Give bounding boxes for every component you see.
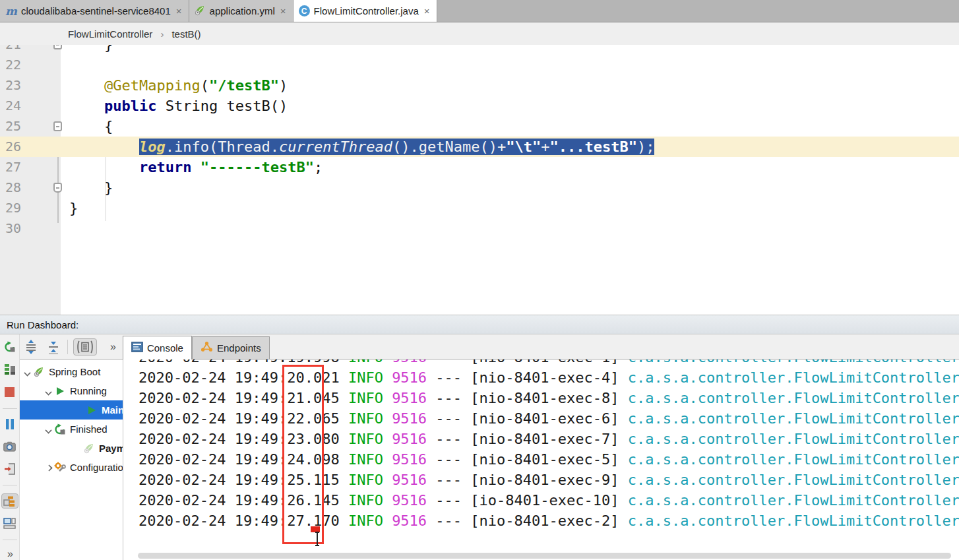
run-dashboard-header: Run Dashboard: [0, 315, 959, 334]
code-text: @GetMapping("/testB") [69, 75, 288, 96]
configurations-icon [54, 462, 66, 474]
group-tabs-icon[interactable] [73, 338, 97, 356]
code-text: log.info(Thread.currentThread().getName(… [69, 137, 654, 157]
tree-item-payment[interactable]: Payment [20, 439, 123, 458]
console-log-line: 2020-02-24 19:49:22.065 INFO 9516 --- [n… [139, 408, 959, 429]
line-number: 21 [5, 45, 45, 55]
editor-line[interactable]: 27 return "------testB"; [0, 157, 959, 177]
editor-line[interactable]: 29} [0, 198, 959, 218]
tree-item-label: Payment [99, 443, 123, 454]
hierarchy-icon[interactable] [1, 493, 18, 509]
springboot-faded-icon [83, 443, 95, 454]
console-output[interactable]: 2020-02-24 19:49:19.998 INFO 9516 --- [n… [123, 359, 959, 560]
tab-flowlimitcontroller-java[interactable]: C FlowLimitController.java × [294, 0, 437, 22]
close-icon[interactable]: × [175, 5, 182, 16]
rerun-icon[interactable] [1, 340, 18, 355]
breadcrumb-class[interactable]: FlowLimitController [68, 28, 152, 40]
line-number: 29 [5, 198, 45, 218]
console-layout-icon[interactable] [1, 516, 18, 531]
editor-line[interactable]: 22 [0, 55, 959, 75]
tab-console[interactable]: Console [123, 336, 192, 359]
springboot-icon [33, 366, 45, 378]
code-text: } [69, 177, 113, 198]
endpoints-icon [201, 341, 213, 354]
exit-icon[interactable] [1, 461, 18, 476]
run-dashboard-title: Run Dashboard: [7, 319, 78, 330]
tree-item-finished[interactable]: Finished [20, 420, 123, 439]
thread-dump-camera-icon[interactable] [1, 439, 18, 454]
horizontal-scrollbar[interactable] [138, 553, 951, 559]
toolbar-divider [3, 485, 17, 485]
pause-icon[interactable] [1, 417, 18, 432]
console-log-line-partial: 2020-02-24 19:49:19.998 INFO 9516 --- [n… [139, 359, 959, 367]
tree-item-label: Main [102, 404, 123, 416]
editor-line[interactable]: 30 [0, 218, 959, 239]
expand-all-icon[interactable] [22, 338, 40, 356]
editor-line[interactable]: 23 @GetMapping("/testB") [0, 75, 959, 96]
code-text: { [69, 116, 113, 137]
tab-endpoints[interactable]: Endpoints [192, 336, 270, 359]
line-number: 24 [5, 96, 45, 116]
chevron-down-icon[interactable] [45, 388, 51, 394]
tree-item-spring-boot[interactable]: Spring Boot [20, 362, 123, 381]
code-text: public String testB() [69, 96, 288, 116]
tree-item-running[interactable]: Running [20, 381, 123, 400]
console-log-line: 2020-02-24 19:49:25.115 INFO 9516 --- [n… [139, 470, 959, 490]
chevron-right-icon[interactable] [45, 464, 51, 471]
tree-item-configurations[interactable]: Configurations [20, 458, 123, 477]
run-dashboard-toolbar: » Console Endpoints [20, 334, 959, 359]
line-number: 27 [5, 157, 45, 177]
show-running-icon[interactable] [1, 362, 18, 377]
tab-console-label: Console [147, 342, 183, 354]
code-text: return "------testB"; [69, 157, 323, 177]
fold-marker-icon[interactable] [53, 121, 62, 131]
chevron-down-icon[interactable] [45, 426, 51, 433]
tree-item-label: Running [70, 385, 107, 396]
more-chevrons-icon[interactable]: » [100, 341, 123, 353]
editor-line[interactable]: 28 } [0, 177, 959, 198]
breadcrumb: FlowLimitController › testB() [0, 22, 959, 45]
line-number: 30 [5, 218, 45, 239]
code-text: } [69, 45, 113, 55]
code-editor[interactable]: 21 }2223 @GetMapping("/testB")24 public … [0, 45, 959, 315]
stop-icon[interactable] [1, 385, 18, 400]
line-number: 26 [5, 137, 45, 157]
editor-line[interactable]: 24 public String testB() [0, 96, 959, 116]
spring-config-icon [195, 5, 206, 18]
rerun-icon [54, 423, 66, 435]
tab-application-yml[interactable]: application.yml × [189, 0, 294, 22]
line-number: 25 [5, 116, 45, 137]
fold-marker-icon[interactable] [53, 45, 62, 49]
tab-label: application.yml [210, 5, 275, 16]
console-log-line: 2020-02-24 19:49:27.170 INFO 9516 --- [n… [139, 511, 959, 531]
run-dashboard-left-toolbar: » [0, 334, 20, 560]
editor-line[interactable]: 21 } [0, 45, 959, 55]
line-number: 28 [5, 177, 45, 198]
line-number: 22 [5, 55, 45, 75]
fold-marker-icon[interactable] [53, 183, 62, 193]
editor-line[interactable]: 25 { [0, 116, 959, 137]
breadcrumb-method[interactable]: testB() [171, 28, 201, 40]
console-log-line: 2020-02-24 19:49:20.021 INFO 9516 --- [n… [139, 367, 959, 388]
code-text: } [69, 198, 78, 218]
line-number: 23 [5, 75, 45, 96]
tab-endpoints-label: Endpoints [217, 342, 261, 354]
tree-item-label: Configurations [70, 462, 123, 473]
close-icon[interactable]: × [279, 5, 286, 16]
run-dashboard-tree[interactable]: Spring BootRunningMain Finished Payment … [20, 359, 123, 560]
collapse-all-icon[interactable] [45, 338, 62, 356]
more-chevrons-icon[interactable]: » [7, 548, 12, 560]
editor-tab-bar: m cloudalibaba-sentinel-service8401 × ap… [0, 0, 959, 22]
close-icon[interactable]: × [423, 5, 430, 16]
chevron-down-icon[interactable] [24, 369, 30, 375]
editor-line[interactable]: 26 log.info(Thread.currentThread().getNa… [0, 137, 959, 157]
tab-cloudalibaba-sentinel-service8401[interactable]: m cloudalibaba-sentinel-service8401 × [0, 0, 189, 22]
run-icon [86, 404, 98, 416]
tab-label: cloudalibaba-sentinel-service8401 [21, 5, 171, 16]
tree-item-main[interactable]: Main [20, 400, 123, 420]
toolbar-divider [3, 540, 17, 540]
toolbar-divider [3, 408, 17, 409]
tab-label: FlowLimitController.java [314, 5, 419, 16]
tree-item-label: Spring Boot [49, 366, 100, 377]
console-icon [131, 342, 143, 354]
